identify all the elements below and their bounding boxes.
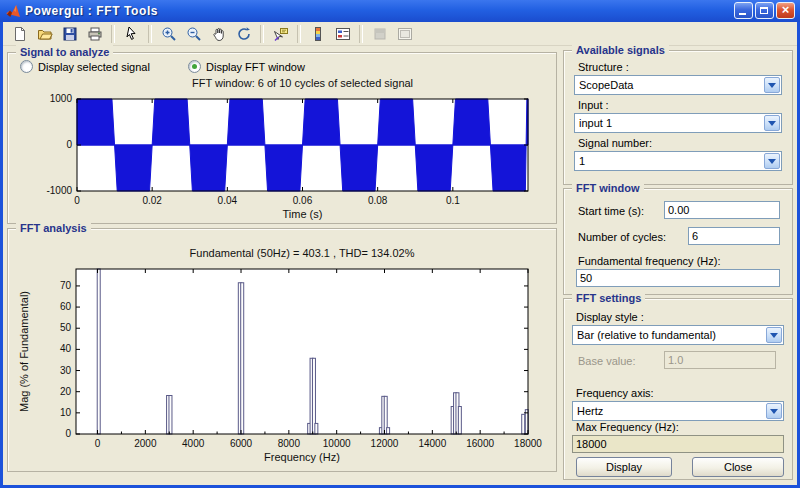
svg-text:18000: 18000 (514, 438, 542, 449)
fft-analysis-group: FFT analysis 020004000600080001000012000… (7, 228, 557, 472)
svg-text:0: 0 (65, 428, 71, 439)
maximize-icon (760, 7, 768, 14)
legend-button[interactable] (330, 22, 355, 45)
chevron-down-icon[interactable] (764, 77, 780, 93)
svg-text:0.06: 0.06 (293, 195, 313, 206)
fft-window-title: FFT window (572, 181, 644, 195)
signal-number-select[interactable]: 1 (574, 151, 782, 171)
colorbar-button[interactable] (305, 22, 330, 45)
zoom-out-icon (186, 26, 202, 42)
svg-text:-1000: -1000 (46, 185, 72, 196)
zoom-in-icon (161, 26, 177, 42)
toolbar-separator (359, 25, 363, 43)
close-button[interactable]: × (776, 2, 795, 19)
fundamental-frequency-field[interactable] (576, 269, 780, 287)
fft-window-group: FFT window Start time (s): Number of cyc… (563, 188, 793, 295)
svg-text:40: 40 (60, 343, 72, 354)
toolbar-separator (111, 25, 115, 43)
toolbar-separator (260, 25, 264, 43)
svg-text:12000: 12000 (371, 438, 399, 449)
structure-select[interactable]: ScopeData (574, 75, 782, 95)
svg-text:0.08: 0.08 (368, 195, 388, 206)
display-style-value: Bar (relative to fundamental) (577, 329, 716, 341)
maximize-button[interactable] (755, 2, 774, 19)
svg-text:4000: 4000 (182, 438, 205, 449)
print-icon (87, 26, 103, 42)
brush-button (367, 22, 392, 45)
svg-text:70: 70 (60, 280, 72, 291)
svg-text:Time (s): Time (s) (283, 208, 323, 220)
pointer-button[interactable] (119, 22, 144, 45)
svg-text:0: 0 (74, 195, 80, 206)
number-of-cycles-field[interactable] (688, 227, 780, 245)
input-value: input 1 (579, 117, 612, 129)
svg-text:50: 50 (60, 322, 72, 333)
available-signals-title: Available signals (572, 43, 669, 57)
pan-icon (211, 26, 227, 42)
max-frequency-field[interactable] (572, 435, 784, 453)
new-file-button[interactable] (7, 22, 32, 45)
data-cursor-icon (273, 26, 289, 42)
rotate-3d-icon (236, 26, 252, 42)
legend-icon (335, 26, 351, 42)
svg-text:20: 20 (60, 386, 72, 397)
svg-text:8000: 8000 (278, 438, 301, 449)
input-label: Input : (578, 99, 609, 111)
toolbar (3, 22, 797, 46)
svg-text:0.1: 0.1 (446, 195, 460, 206)
fft-group-title: FFT analysis (16, 221, 91, 235)
title-bar: Powergui : FFT Tools × (0, 0, 800, 22)
svg-text:10: 10 (60, 407, 72, 418)
open-file-icon (37, 26, 53, 42)
start-time-field[interactable] (664, 201, 780, 219)
signal-number-value: 1 (579, 155, 585, 167)
pan-button[interactable] (206, 22, 231, 45)
signal-waveform-chart: 00.020.040.060.080.1-100001000FFT window… (8, 71, 556, 221)
svg-text:10000: 10000 (323, 438, 351, 449)
chevron-down-icon[interactable] (764, 115, 780, 131)
toolbar-separator (148, 25, 152, 43)
signal-number-label: Signal number: (578, 137, 652, 149)
data-cursor-button[interactable] (268, 22, 293, 45)
pointer-icon (124, 26, 140, 42)
window-controls: × (734, 2, 795, 19)
fundamental-frequency-label: Fundamental frequency (Hz): (578, 255, 720, 267)
save-button[interactable] (57, 22, 82, 45)
zoom-out-button[interactable] (181, 22, 206, 45)
window-title: Powergui : FFT Tools (25, 4, 158, 18)
matlab-app-icon (5, 3, 21, 19)
svg-text:30: 30 (60, 365, 72, 376)
svg-text:0.02: 0.02 (142, 195, 162, 206)
frequency-axis-select[interactable]: Hertz (572, 401, 784, 421)
open-file-button[interactable] (32, 22, 57, 45)
frequency-axis-label: Frequency axis: (576, 387, 654, 399)
brush-icon (372, 26, 388, 42)
close-dialog-button[interactable]: Close (692, 457, 784, 477)
chevron-down-icon[interactable] (766, 403, 782, 419)
close-icon: × (777, 2, 794, 17)
rotate-3d-button[interactable] (231, 22, 256, 45)
svg-text:0: 0 (95, 438, 101, 449)
zoom-in-button[interactable] (156, 22, 181, 45)
input-select[interactable]: input 1 (574, 113, 782, 133)
minimize-icon (739, 13, 746, 15)
svg-text:0.04: 0.04 (218, 195, 238, 206)
start-time-label: Start time (s): (578, 205, 644, 217)
svg-text:2000: 2000 (134, 438, 157, 449)
display-button[interactable]: Display (576, 457, 672, 477)
display-style-label: Display style : (576, 311, 644, 323)
fft-settings-title: FFT settings (572, 291, 645, 305)
fft-spectrum-chart: 0200040006000800010000120001400016000180… (8, 239, 556, 469)
structure-label: Structure : (578, 61, 629, 73)
minimize-button[interactable] (734, 2, 753, 19)
number-of-cycles-label: Number of cycles: (578, 231, 666, 243)
available-signals-group: Available signals Structure : ScopeData … (563, 50, 793, 185)
print-button[interactable] (82, 22, 107, 45)
docked-window-button (392, 22, 417, 45)
new-file-icon (12, 26, 28, 42)
display-style-select[interactable]: Bar (relative to fundamental) (572, 325, 784, 345)
chevron-down-icon[interactable] (764, 153, 780, 169)
fft-settings-group: FFT settings Display style : Bar (relati… (563, 298, 793, 480)
svg-text:Frequency (Hz): Frequency (Hz) (264, 451, 340, 463)
chevron-down-icon[interactable] (766, 327, 782, 343)
